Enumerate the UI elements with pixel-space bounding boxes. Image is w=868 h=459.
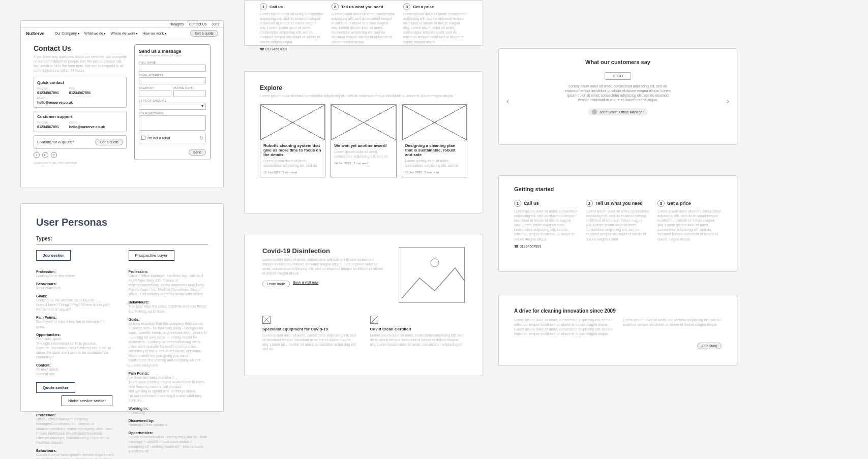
step-2-body: Lorem ipsum dolor sit amet, consectetur …	[586, 209, 650, 241]
testimonials-wireframe: What our customers say LOGO ‹ › Lorem ip…	[498, 48, 737, 145]
next-arrow-icon[interactable]: ›	[727, 97, 729, 106]
fax-label: FAX	[69, 87, 91, 91]
innovation-title: A drive for cleaning innovation since 20…	[514, 308, 722, 314]
nav-company[interactable]: Our Company	[55, 32, 79, 35]
val-working: Increasing	[129, 410, 208, 415]
name-input[interactable]	[139, 65, 206, 72]
step-1-badge: 1	[514, 200, 521, 207]
company-label: COMPANY	[139, 86, 171, 89]
our-story-button[interactable]: Our Story	[697, 343, 722, 349]
phone-icon: ☎	[514, 244, 519, 248]
illustration-placeholder	[399, 247, 465, 303]
get-quote-button-2[interactable]: Get a quote	[95, 139, 123, 145]
step-2-badge: 2	[586, 200, 593, 207]
form-title: Send us a message	[139, 49, 206, 54]
lbl-pain-2: Pain Points:	[129, 372, 208, 375]
avatar-icon	[592, 109, 597, 114]
enquiry-select[interactable]: ▾	[139, 103, 206, 110]
step-3-badge: 3	[403, 3, 410, 10]
article-card-1[interactable]: Robotic cleaning system that give us mor…	[260, 104, 325, 177]
job-openings-link[interactable]: Looking for a job, view openings	[34, 161, 127, 165]
lbl-profession: Profession:	[36, 270, 116, 273]
email-field-label: EMAIL ADDRESS	[139, 74, 206, 77]
val-pain-2d: I'm not interested in reading it is and …	[129, 393, 208, 403]
lbl-behaviours: Behaviours:	[36, 282, 116, 286]
form-subtitle: We will respond within 24 hours	[139, 54, 206, 58]
support-title: Customer support	[37, 114, 123, 119]
feature-2-title: Covid Clean Certified	[370, 327, 465, 331]
val-behaviours: Key behaviours	[36, 286, 116, 290]
image-placeholder	[331, 105, 396, 140]
testimonial-quote: Lorem ipsum dolor sit amet, consectetur …	[562, 84, 674, 102]
email-label: EMAIL	[37, 97, 123, 101]
enquiry-label: TYPE OF ENQUIRY	[139, 99, 206, 102]
nav-jobs[interactable]: Jobs	[212, 22, 219, 26]
email-input[interactable]	[139, 77, 206, 84]
card-date: 16 Jan 2022	[405, 171, 422, 174]
card-read: 5 min read	[425, 171, 439, 174]
type-job-seeker: Job seeker	[36, 250, 71, 261]
nav-thoughts[interactable]: Thoughts	[169, 22, 184, 26]
facebook-icon[interactable]: f	[51, 152, 57, 158]
val-profession: Looking for a new career	[36, 273, 116, 278]
step-phone: 01234567891	[265, 47, 287, 51]
book-visit-link[interactable]: Book a visit now	[293, 281, 319, 287]
recaptcha-checkbox[interactable]	[141, 136, 145, 140]
nav-what[interactable]: What we do	[84, 32, 106, 35]
fax-value: 01234567891	[69, 91, 91, 95]
recaptcha-icon: ↻	[199, 135, 203, 141]
card-body: Lorem ipsum dolor sit amet, consectetur …	[405, 159, 464, 168]
prev-arrow-icon[interactable]: ‹	[506, 97, 509, 106]
phone-input[interactable]	[173, 90, 206, 97]
val-goals: Looking for the ultimate cleaning role	[36, 298, 116, 302]
val-goals-q: Does it have? Things? Pay? Where is this…	[36, 302, 116, 312]
feature-1-title: Specialist equipment for Covid-19	[262, 327, 357, 331]
step-2-body: Lorem ipsum dolor sit amet, consectetur …	[332, 12, 396, 44]
linkedin-icon[interactable]: in	[42, 152, 48, 158]
step-2-title: Tell us what you need	[595, 201, 643, 206]
lbl-goals: Goals:	[36, 294, 116, 298]
lbl-content: Content:	[36, 363, 116, 367]
type-niche-seeker: Niche service seeker	[62, 395, 112, 406]
lbl-working: Working in:	[129, 407, 208, 410]
card-title: Robotic cleaning system that give us mor…	[263, 143, 322, 157]
card-date: 16 Jan 2022	[334, 162, 351, 165]
recaptcha-label: I'm not a robot	[147, 136, 170, 140]
covid-title: Covid-19 Disinfection	[262, 247, 383, 255]
card-read: 5 min read	[283, 171, 297, 174]
lbl-opp-2: Opportunities:	[129, 431, 208, 435]
send-button[interactable]: Send	[189, 149, 206, 156]
message-textarea[interactable]	[139, 115, 206, 131]
company-input[interactable]	[139, 90, 171, 97]
nav-how[interactable]: How we work	[142, 32, 166, 35]
client-logo: LOGO	[605, 72, 631, 80]
step-3-title: Get a price	[667, 201, 691, 206]
nav-contact[interactable]: Contact Us	[189, 22, 207, 26]
phone-value: 01234567891	[37, 91, 59, 95]
svg-point-0	[431, 259, 439, 267]
contact-form: Send us a message We will respond within…	[134, 44, 211, 160]
nav-where[interactable]: Where we work	[110, 32, 137, 35]
innovation-col-2: Lorem ipsum dolor sit amet, consectetur …	[623, 318, 722, 336]
step-3-title: Get a price	[413, 5, 434, 9]
val-opp: Right info, quick	[36, 336, 116, 341]
personas-title: User Personas	[36, 217, 208, 228]
looking-quote-label: Looking for a quote?	[37, 140, 74, 144]
main-nav: NuServe Our Company What we do Where we …	[21, 28, 223, 39]
image-placeholder	[402, 105, 467, 140]
card-title: We won yet another award!	[334, 143, 393, 148]
get-quote-button[interactable]: Get a quote	[190, 30, 218, 37]
support-email: hello@nuserve.co.uk	[69, 125, 105, 129]
logo[interactable]: NuServe	[26, 31, 45, 36]
phone-icon: ☎	[260, 47, 264, 51]
twitter-icon[interactable]: t	[34, 152, 40, 158]
article-card-2[interactable]: We won yet another award!Lorem ipsum dol…	[331, 104, 396, 177]
val-pain: Don't want to miss a key line of relevan…	[36, 319, 116, 328]
user-personas-doc: User Personas Types: Job seeker Professi…	[20, 203, 224, 412]
article-card-3[interactable]: Designing a cleaning plan that is sustai…	[402, 104, 467, 177]
feature-2-body: Lorem ipsum dolor sit amet, consectetur …	[370, 333, 465, 347]
step-1-body: Lorem ipsum dolor sit amet, consectetur …	[514, 209, 578, 241]
learn-more-button[interactable]: Learn more	[262, 281, 290, 287]
support-phone-label: PHONE	[37, 121, 59, 125]
type-prospective-buyer: Prospective buyer	[129, 250, 174, 261]
